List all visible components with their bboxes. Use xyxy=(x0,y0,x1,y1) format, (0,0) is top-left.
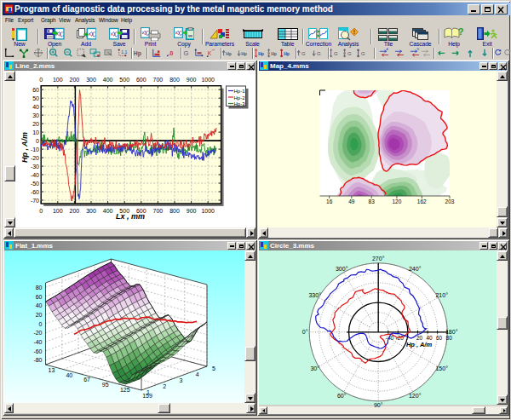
svg-text:Hp-3: Hp-3 xyxy=(234,101,246,106)
svg-text:90°: 90° xyxy=(374,402,383,408)
svg-text:330°: 330° xyxy=(308,292,321,298)
svg-text:800: 800 xyxy=(169,208,180,214)
svg-text:10: 10 xyxy=(32,129,39,135)
svg-text:30°: 30° xyxy=(310,365,319,371)
svg-text:240°: 240° xyxy=(409,266,422,272)
svg-text:Hp , A/m: Hp , A/m xyxy=(20,132,29,163)
svg-text:2: 2 xyxy=(163,383,166,389)
svg-text:700: 700 xyxy=(153,77,164,83)
svg-text:0: 0 xyxy=(39,208,43,214)
svg-text:400: 400 xyxy=(103,77,113,83)
svg-text:500: 500 xyxy=(119,77,129,83)
svg-text:0: 0 xyxy=(39,321,43,327)
svg-text:200: 200 xyxy=(70,77,80,83)
svg-text:-20: -20 xyxy=(33,330,42,336)
svg-text:40: 40 xyxy=(36,302,43,308)
svg-text:60: 60 xyxy=(32,87,39,93)
svg-text:30: 30 xyxy=(32,112,39,118)
svg-text:40: 40 xyxy=(426,335,433,341)
svg-text:-40: -40 xyxy=(33,339,42,345)
svg-text:-80: -80 xyxy=(33,357,42,363)
svg-text:50: 50 xyxy=(32,95,39,101)
svg-text:Hp , A/m: Hp , A/m xyxy=(406,341,432,348)
svg-text:16: 16 xyxy=(326,198,333,204)
svg-text:-60: -60 xyxy=(33,348,42,354)
svg-text:0°: 0° xyxy=(302,329,308,335)
svg-text:100: 100 xyxy=(53,208,63,214)
svg-text:5: 5 xyxy=(212,365,215,371)
svg-text:700: 700 xyxy=(153,208,164,214)
svg-text:0: 0 xyxy=(39,77,43,83)
svg-text:600: 600 xyxy=(136,77,146,83)
svg-text:210°: 210° xyxy=(435,292,448,298)
svg-text:300: 300 xyxy=(86,208,96,214)
svg-text:Hp-2: Hp-2 xyxy=(234,95,246,101)
svg-text:125: 125 xyxy=(120,387,130,393)
svg-text:20: 20 xyxy=(416,335,423,341)
svg-text:67: 67 xyxy=(83,377,90,383)
svg-text:-40: -40 xyxy=(31,172,39,178)
svg-text:100: 100 xyxy=(53,77,63,83)
svg-text:800: 800 xyxy=(169,77,180,83)
svg-text:200: 200 xyxy=(70,208,80,214)
svg-text:80: 80 xyxy=(36,285,43,291)
svg-text:1: 1 xyxy=(146,389,150,395)
svg-text:400: 400 xyxy=(103,208,113,214)
svg-text:1000: 1000 xyxy=(201,208,215,214)
svg-text:0: 0 xyxy=(36,138,39,144)
svg-text:49: 49 xyxy=(348,198,355,204)
svg-text:180°: 180° xyxy=(445,329,458,335)
svg-text:3: 3 xyxy=(180,377,183,383)
svg-text:4: 4 xyxy=(196,371,199,377)
svg-text:203: 203 xyxy=(445,198,455,204)
svg-text:900: 900 xyxy=(187,208,197,214)
svg-text:120°: 120° xyxy=(409,393,422,399)
svg-text:83: 83 xyxy=(369,198,376,204)
svg-text:-70: -70 xyxy=(31,198,39,204)
svg-text:120: 120 xyxy=(392,198,401,204)
svg-text:300: 300 xyxy=(86,77,96,83)
svg-text:-10: -10 xyxy=(31,147,39,152)
svg-text:13: 13 xyxy=(49,367,55,373)
svg-text:1000: 1000 xyxy=(201,77,215,83)
svg-text:60: 60 xyxy=(436,335,443,341)
svg-text:95: 95 xyxy=(102,382,109,388)
svg-text:20: 20 xyxy=(36,312,43,318)
svg-text:40: 40 xyxy=(66,372,72,378)
svg-text:270°: 270° xyxy=(372,256,385,262)
svg-text:40: 40 xyxy=(32,104,39,110)
svg-text:-60: -60 xyxy=(31,189,39,195)
svg-text:60°: 60° xyxy=(337,393,347,399)
svg-text:Hp-1: Hp-1 xyxy=(234,89,246,94)
svg-text:-30: -30 xyxy=(31,164,39,170)
svg-text:20: 20 xyxy=(32,121,39,127)
svg-text:-50: -50 xyxy=(31,181,39,187)
svg-text:Lx , mm: Lx , mm xyxy=(116,212,145,221)
svg-text:-20: -20 xyxy=(31,155,39,161)
svg-text:300°: 300° xyxy=(336,266,348,272)
svg-text:60: 60 xyxy=(36,294,43,300)
svg-text:162: 162 xyxy=(417,198,427,204)
svg-text:80: 80 xyxy=(446,335,453,341)
svg-text:900: 900 xyxy=(187,77,197,83)
svg-text:150°: 150° xyxy=(435,365,448,371)
